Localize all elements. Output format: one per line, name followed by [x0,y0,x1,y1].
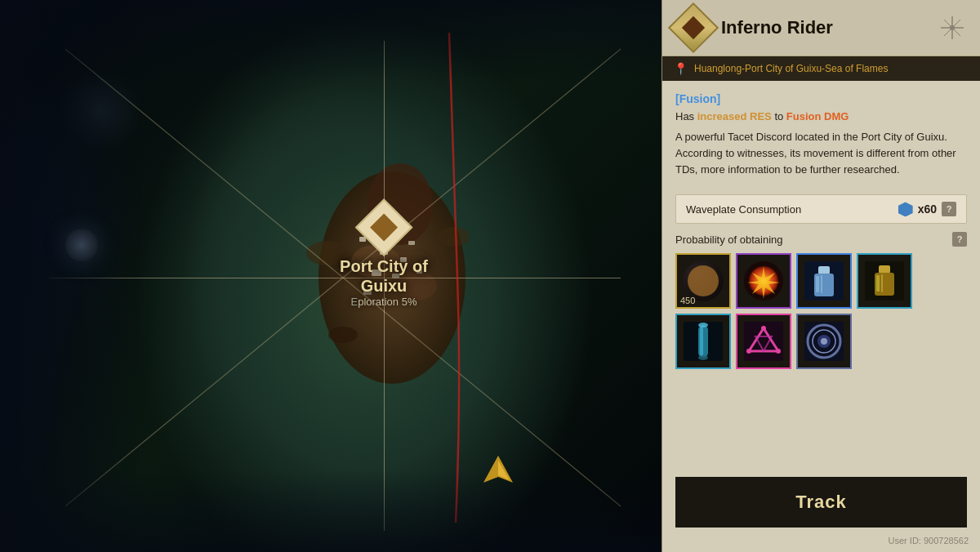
boss-diamond-icon [668,2,719,53]
item-slot-3[interactable] [796,253,852,309]
res-middle: to [772,110,786,122]
waveplate-count: x60 [918,203,937,216]
items-grid: 450 [662,253,980,369]
description-text: A powerful Tacet Discord located in the … [675,129,967,178]
pin-icon: 📍 [674,62,688,75]
probability-header: Probability of obtaining ? [662,232,980,253]
svg-point-40 [698,323,708,327]
left-vignette [0,0,147,552]
item-slot-6[interactable] [736,314,791,369]
probability-label: Probability of obtaining [675,234,783,246]
svg-point-43 [761,326,766,331]
top-vignette [0,0,662,82]
boss-name: Inferno Rider [721,17,928,38]
description-area: [Fusion] Has increased RES to Fusion DMG… [662,81,980,186]
boss-icon-wrapper [675,10,711,46]
svg-rect-36 [881,274,883,292]
svg-rect-30 [816,276,819,292]
location-name-line2: Guixu [340,276,428,296]
track-button[interactable]: Track [675,477,967,528]
fusion-dmg-text: Fusion DMG [786,110,849,122]
hex-icon [898,202,913,216]
item-vial-icon [863,260,906,302]
item-slot-4[interactable] [857,253,912,309]
waveplate-label: Waveplate Consumption [686,203,801,216]
boss-diamond-inner [682,16,705,39]
res-line: Has increased RES to Fusion DMG [675,110,967,122]
svg-rect-33 [879,265,890,274]
item-fire-icon [742,260,785,302]
svg-rect-31 [821,275,822,293]
svg-point-24 [950,25,955,30]
probability-help-icon[interactable]: ? [952,232,967,247]
waveplate-right: x60 ? [898,202,956,216]
svg-rect-35 [876,275,880,292]
location-bar: 📍 Huanglong-Port City of Guixu-Sea of Fl… [662,56,980,81]
svg-point-45 [746,349,751,354]
svg-point-44 [776,349,781,354]
item-triangle-icon [742,320,785,363]
item-slot-5[interactable] [675,314,731,369]
waveplate-help-icon[interactable]: ? [942,202,956,216]
res-prefix: Has [675,110,697,122]
item-slot-1[interactable]: 450 [675,253,731,309]
item-slot-2[interactable] [736,253,791,309]
res-highlight: increased RES [697,110,772,122]
panel-header: Inferno Rider [662,0,980,56]
user-id: User ID: 900728562 [889,536,969,545]
item-tube-icon [682,320,724,363]
svg-rect-39 [700,327,703,356]
location-name-line1: Port City of [340,256,428,276]
map-section: Port City of Guixu Eploration 5% [0,0,662,552]
panel-border [662,0,662,552]
atmosphere-orb [65,229,98,261]
item-count-1: 450 [680,296,695,305]
nav-marker [482,454,514,487]
item-slot-7[interactable] [796,314,852,369]
svg-rect-28 [818,266,830,274]
location-path: Huanglong-Port City of Guixu-Sea of Flam… [694,63,888,74]
location-diamond-icon [355,198,413,256]
bottom-vignette [0,470,662,552]
diamond-inner [370,214,398,242]
item-circle-icon [803,320,845,363]
location-marker[interactable]: Port City of Guixu Eploration 5% [340,207,428,308]
svg-point-41 [698,355,708,360]
compass-icon[interactable] [938,13,967,42]
fusion-tag: [Fusion] [675,92,967,105]
waveplate-row: Waveplate Consumption x60 ? [675,194,967,224]
item-bottle-icon [803,260,845,302]
svg-point-50 [821,338,827,345]
exploration-text: Eploration 5% [340,296,428,308]
info-panel: Inferno Rider 📍 Huanglong-Port City of G… [662,0,980,552]
